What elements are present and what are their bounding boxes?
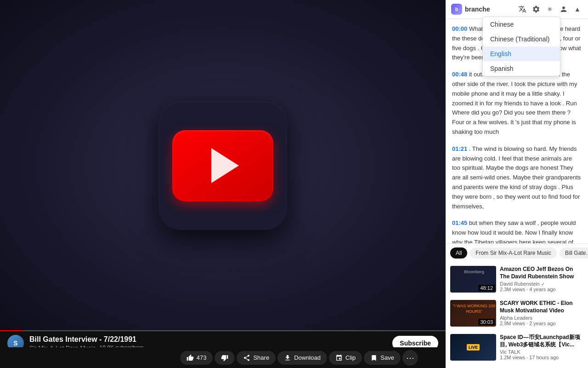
settings-icon[interactable] bbox=[531, 4, 541, 14]
translate-icon[interactable] bbox=[517, 4, 527, 14]
save-icon bbox=[370, 354, 378, 362]
yt-logo-inner bbox=[172, 130, 273, 201]
video-title: Bill Gates Interview - 7/22/1991 bbox=[29, 335, 387, 345]
video-player[interactable] bbox=[0, 0, 446, 331]
header-icons: ✳ ▲ bbox=[517, 4, 582, 14]
transcript-block-4: 01:45 but when they saw a wolf , people … bbox=[452, 218, 582, 243]
lang-option-english[interactable]: English bbox=[483, 46, 560, 61]
dislike-icon bbox=[221, 354, 228, 362]
share-button[interactable]: Share bbox=[237, 351, 276, 365]
download-button[interactable]: Download bbox=[277, 351, 327, 365]
transcript-text-2: it out. There are several wolves on the … bbox=[452, 71, 577, 135]
yt-logo-container bbox=[158, 101, 287, 230]
branche-panel: b branche ✳ ▲ Chinese Chinese (Tradition… bbox=[446, 0, 588, 368]
related-channel-1: David Rubenstein ✓ bbox=[500, 281, 583, 287]
action-bar: 473 Share Download Clip Save ⋯ bbox=[0, 347, 446, 368]
related-meta-3: 1.2M views · 17 hours ago bbox=[500, 355, 583, 360]
tabs-row: All From Sir Mix-A-Lot Rare Music Bill G… bbox=[446, 243, 588, 262]
play-icon bbox=[211, 148, 239, 183]
lang-option-chinese-traditional[interactable]: Chinese (Traditional) bbox=[483, 32, 560, 46]
transcript-block-3: 01:21 . The wind is blowing so hard. My … bbox=[452, 144, 582, 212]
related-meta-1: 2.3M views · 4 years ago bbox=[500, 287, 583, 292]
duration-2: 30:03 bbox=[478, 319, 495, 325]
clip-button[interactable]: Clip bbox=[329, 351, 362, 365]
download-icon bbox=[284, 354, 291, 362]
tab-from-channel[interactable]: From Sir Mix-A-Lot Rare Music bbox=[470, 247, 557, 259]
related-video-2[interactable]: "I WAS WORKING 100 HOURS" 30:03 SCARY WO… bbox=[446, 296, 588, 330]
thumbnail-3: LIVE bbox=[450, 334, 496, 361]
clip-icon bbox=[335, 354, 343, 362]
related-title-3: Space ID—币安Launchpad新项目, Web3多链域名系统【Vic.… bbox=[500, 334, 583, 348]
thumb-container-1: Bloomberg 48:12 bbox=[450, 266, 496, 293]
branche-logo: b bbox=[451, 4, 462, 15]
lang-option-spanish[interactable]: Spanish bbox=[483, 61, 560, 76]
transcript-block-2: 00:48 it out. There are several wolves o… bbox=[452, 70, 582, 137]
video-background bbox=[0, 0, 446, 331]
thumb-container-2: "I WAS WORKING 100 HOURS" 30:03 bbox=[450, 300, 496, 327]
related-meta-2: 2.9M views · 2 years ago bbox=[500, 321, 583, 326]
more-options-button[interactable]: ⋯ bbox=[402, 350, 418, 366]
transcript-text-3: . The wind is blowing so hard. My friend… bbox=[452, 145, 581, 210]
lang-option-chinese[interactable]: Chinese bbox=[483, 17, 560, 32]
language-dropdown: Chinese Chinese (Traditional) English Sp… bbox=[482, 17, 560, 76]
related-video-3[interactable]: LIVE Space ID—币安Launchpad新项目, Web3多链域名系统… bbox=[446, 330, 588, 364]
related-channel-2: Alpha Leaders bbox=[500, 315, 583, 321]
related-info-2: SCARY WORK ETHIC - Elon Musk Motivationa… bbox=[500, 300, 583, 327]
timestamp-4[interactable]: 01:45 bbox=[452, 219, 467, 226]
timestamp-3[interactable]: 01:21 bbox=[452, 145, 467, 152]
like-icon bbox=[187, 354, 194, 362]
like-button[interactable]: 473 bbox=[180, 351, 213, 365]
collapse-icon[interactable]: ▲ bbox=[572, 4, 582, 14]
duration-1: 48:12 bbox=[478, 285, 495, 291]
related-channel-3: Vic TALK bbox=[500, 349, 583, 355]
tab-bill-gates[interactable]: Bill Gate... bbox=[560, 247, 588, 259]
star-icon[interactable]: ✳ bbox=[545, 4, 555, 14]
related-title-2: SCARY WORK ETHIC - Elon Musk Motivationa… bbox=[500, 300, 583, 314]
branche-header: b branche ✳ ▲ Chinese Chinese (Tradition… bbox=[446, 0, 588, 19]
transcript-text-4: but when they saw a wolf , people would … bbox=[452, 219, 576, 243]
save-button[interactable]: Save bbox=[364, 351, 401, 365]
thumb-container-3: LIVE bbox=[450, 334, 496, 361]
related-title-1: Amazon CEO Jeff Bezos On The David Ruben… bbox=[500, 266, 583, 280]
timestamp-2[interactable]: 00:48 bbox=[452, 71, 467, 78]
dislike-button[interactable] bbox=[215, 351, 235, 365]
branche-title: branche bbox=[465, 6, 514, 13]
related-video-1[interactable]: Bloomberg 48:12 Amazon CEO Jeff Bezos On… bbox=[446, 262, 588, 296]
timestamp-1[interactable]: 00:00 bbox=[452, 25, 467, 32]
related-videos-list: Bloomberg 48:12 Amazon CEO Jeff Bezos On… bbox=[446, 262, 588, 368]
share-icon bbox=[243, 354, 250, 362]
related-info-3: Space ID—币安Launchpad新项目, Web3多链域名系统【Vic.… bbox=[500, 334, 583, 361]
tab-all[interactable]: All bbox=[450, 247, 467, 259]
account-icon[interactable] bbox=[559, 4, 569, 14]
related-info-1: Amazon CEO Jeff Bezos On The David Ruben… bbox=[500, 266, 583, 293]
